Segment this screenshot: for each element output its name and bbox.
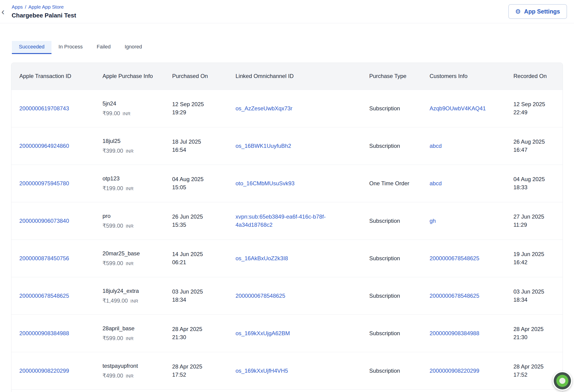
cell-purchase-type: Subscription [361,142,422,150]
purchase-price: ₹1,499.00 [102,297,128,305]
column-header-apple-purchase-info: Apple Purchase Info [95,72,164,80]
cell-transaction-id: 2000000908384988 [11,329,95,337]
breadcrumb-link-apple-app-store[interactable]: Apple App Store [28,4,64,10]
cell-customer-info: 2000000908220299 [422,367,506,375]
customer-link[interactable]: 2000000908220299 [430,368,479,374]
omnichannel-id-link[interactable]: os_16AkBxUoZ2k3I8 [236,255,288,261]
recorded-date: 19 Jun 2025 [513,250,556,258]
purchase-price-line: ₹599.00 INR [102,334,158,342]
omnichannel-id-link[interactable]: os_AzZeseUwbXqx73r [236,105,292,112]
transaction-id-link[interactable]: 2000000678548625 [19,293,69,299]
cell-purchased-on: 18 Jul 2025 16:54 [164,138,227,154]
cell-transaction-id: 2000000906073840 [11,217,95,225]
cell-purchase-info: 18jul25 ₹399.00 INR [95,137,164,155]
purchase-type: One Time Order [369,180,409,186]
table-body: 2000000619708743 5jn24 ₹99.00 INR 12 Sep… [11,90,563,390]
purchase-price: ₹599.00 [102,334,123,342]
transaction-id-link[interactable]: 2000000975945780 [19,180,69,186]
customer-link[interactable]: 2000000678548625 [430,255,479,261]
purchase-price: ₹599.00 [102,259,123,267]
purchase-price: ₹499.00 [102,372,123,380]
app-settings-label: App Settings [524,8,560,15]
transaction-id-link[interactable]: 2000000906073840 [19,218,69,224]
omnichannel-id-link[interactable]: os_16BWK1UuyfuBh2 [236,143,291,149]
tab-ignored-label: Ignored [125,44,142,50]
purchase-name: 28april_base [102,325,158,333]
customer-link[interactable]: abcd [430,180,442,186]
recorded-time: 18:34 [513,296,556,304]
app-settings-button[interactable]: ⚙ App Settings [508,4,567,19]
cell-purchase-info: testpayupfront ₹499.00 INR [95,362,164,380]
purchase-name: 5jn24 [102,100,158,108]
purchase-price-line: ₹99.00 INR [102,109,158,118]
purchased-date: 14 Jun 2025 [172,250,221,258]
tab-in-process-label: In Process [59,44,83,50]
cell-omnichannel-id: os_169kXxUjgA62BM [227,329,361,337]
purchase-type: Subscription [369,368,400,374]
recorded-date: 04 Aug 2025 [513,175,556,183]
customer-link[interactable]: 2000000678548625 [430,293,479,299]
transaction-id-link[interactable]: 2000000964924860 [19,143,69,149]
tab-in-process[interactable]: In Process [51,41,90,54]
cell-recorded-on: 19 Jun 2025 16:42 [506,250,563,267]
purchased-time: 15:35 [172,221,221,229]
transaction-id-link[interactable]: 2000000908220299 [19,368,69,374]
recorded-date: 28 Apr 2025 [513,363,556,371]
purchase-price-line: ₹1,499.00 INR [102,297,158,305]
omnichannel-id-link[interactable]: xvpn:sub:65eb3849-ea6f-416c-b78f-4a34d18… [236,214,326,228]
header-text: Apps / Apple App Store Chargebee Palani … [12,4,76,19]
omnichannel-id-link[interactable]: os_169kXxUjgA62BM [236,330,290,336]
purchase-name: 18jul25 [102,137,158,145]
floating-widget-button[interactable] [553,371,572,391]
cell-transaction-id: 2000000964924860 [11,142,95,150]
tab-failed[interactable]: Failed [90,41,118,54]
omnichannel-id-link[interactable]: os_169kXxUjfH4VH5 [236,368,288,374]
column-header-purchase-type: Purchase Type [361,72,422,80]
omnichannel-id-link[interactable]: 2000000678548625 [236,293,285,299]
cell-transaction-id: 2000000975945780 [11,179,95,188]
omnichannel-id-link[interactable]: oto_16CMbMUsuSvk93 [236,180,294,186]
purchase-name: testpayupfront [102,362,158,370]
cell-purchase-type: Subscription [361,292,422,300]
cell-purchase-info: 28april_base ₹599.00 INR [95,325,164,342]
recorded-time: 18:33 [513,183,556,192]
recorded-date: 03 Jun 2025 [513,288,556,296]
purchased-time: 18:34 [172,296,221,304]
tab-succeeded-label: Succeeded [19,44,44,50]
breadcrumb-link-apps[interactable]: Apps [12,4,23,10]
tab-ignored[interactable]: Ignored [118,41,149,54]
purchased-time: 15:05 [172,183,221,192]
customer-link[interactable]: Azqb9OUwbV4KAQ41 [430,105,486,112]
customer-link[interactable]: abcd [430,143,442,149]
purchase-type: Subscription [369,255,400,261]
purchased-time: 21:30 [172,333,221,341]
cell-purchased-on: 14 Jun 2025 06:21 [164,250,227,267]
customer-link[interactable]: 2000000908384988 [430,330,479,336]
purchased-date: 28 Apr 2025 [172,325,221,333]
column-header-linked-omnichannel-id: Linked Omnichannel ID [227,72,361,80]
cell-omnichannel-id: os_16AkBxUoZ2k3I8 [227,255,361,263]
cell-purchased-on: 28 Apr 2025 17:52 [164,363,227,379]
currency-label: INR [126,373,134,379]
cell-customer-info: 2000000678548625 [422,255,506,263]
recorded-time: 22:49 [513,108,556,117]
back-chevron-icon[interactable]: ‹ [0,7,6,16]
transaction-id-link[interactable]: 2000000619708743 [19,105,69,112]
purchased-date: 04 Aug 2025 [172,175,221,183]
cell-omnichannel-id: os_169kXxUjfH4VH5 [227,367,361,375]
cell-recorded-on: 12 Sep 2025 22:49 [506,100,563,117]
transaction-id-link[interactable]: 2000000878450756 [19,255,69,261]
customer-link[interactable]: gh [430,218,436,224]
cell-purchased-on: 28 Apr 2025 21:30 [164,325,227,341]
status-tabs: Succeeded In Process Failed Ignored [12,41,574,54]
transaction-id-link[interactable]: 2000000908384988 [19,330,69,336]
recorded-date: 26 Aug 2025 [513,138,556,146]
cell-omnichannel-id: os_AzZeseUwbXqx73r [227,104,361,113]
cell-recorded-on: 27 Jun 2025 11:29 [506,213,563,229]
currency-label: INR [123,111,130,117]
purchase-name: otp123 [102,175,158,183]
tab-succeeded[interactable]: Succeeded [12,41,51,54]
widget-green-ring [556,375,568,387]
cell-omnichannel-id: oto_16CMbMUsuSvk93 [227,179,361,188]
purchase-name: 20mar25_base [102,250,158,258]
